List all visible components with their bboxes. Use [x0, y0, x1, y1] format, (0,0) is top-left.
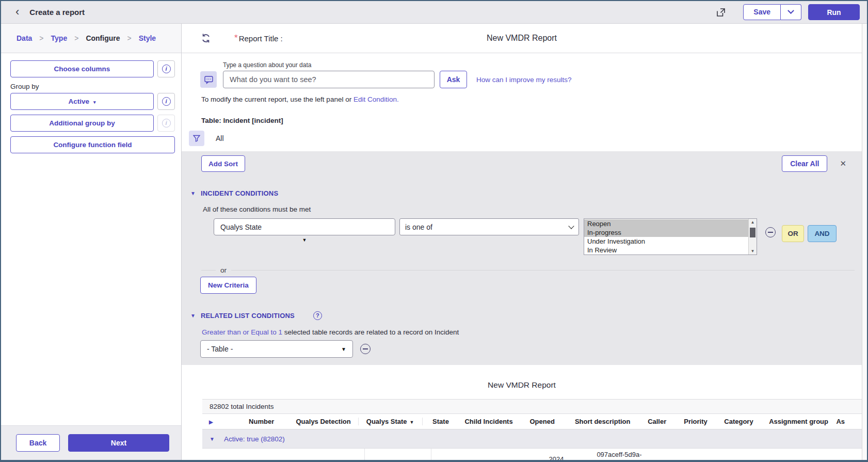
breadcrumb-separator: > — [74, 34, 78, 42]
ask-row: Ask How can I improve my results? — [200, 71, 862, 88]
page-title: Create a report — [29, 8, 85, 17]
report-title-label: Report Title : — [239, 34, 283, 43]
additional-group-by-button[interactable]: Additional group by — [10, 115, 154, 132]
vertical-scrollbar[interactable] — [862, 24, 867, 460]
group-by-label: Group by — [10, 83, 181, 90]
breadcrumb-configure[interactable]: Configure — [86, 34, 120, 42]
group-by-info-button[interactable]: i — [157, 93, 175, 110]
filter-all-label[interactable]: All — [216, 134, 224, 142]
condition-field-input[interactable] — [214, 218, 395, 235]
scroll-down-icon[interactable]: ▼ — [749, 249, 757, 253]
choose-columns-button[interactable]: Choose columns — [10, 60, 154, 77]
column-header-short-description[interactable]: Short description — [566, 418, 639, 425]
sort-desc-icon: ▼ — [410, 420, 414, 425]
new-criteria-button[interactable]: New Criteria — [200, 277, 256, 294]
refresh-icon[interactable] — [200, 33, 212, 44]
breadcrumb-separator: > — [39, 34, 43, 42]
ask-question-label: Type a question about your data — [223, 61, 862, 69]
top-bar: ‹ Create a report Save Run — [1, 1, 867, 24]
group-row-label[interactable]: Active: true (82802) — [224, 435, 285, 443]
column-header-child-incidents[interactable]: Child Incidents — [459, 418, 519, 425]
listbox-option[interactable]: In Review — [584, 246, 748, 254]
filter-icon[interactable] — [189, 131, 204, 146]
column-header-assignment-group[interactable]: Assignment group — [761, 418, 837, 425]
back-button[interactable]: Back — [16, 434, 60, 452]
next-button[interactable]: Next — [68, 434, 169, 452]
related-condition-text: Greater than or Equal to 1 selected tabl… — [202, 328, 862, 336]
breadcrumb-style[interactable]: Style — [139, 34, 156, 42]
question-input[interactable] — [223, 71, 435, 88]
clear-all-button[interactable]: Clear All — [782, 155, 827, 172]
conditions-must-meet-text: All of these conditions must be met — [203, 205, 862, 213]
info-icon: i — [162, 97, 171, 106]
column-header-caller[interactable]: Caller — [639, 418, 675, 425]
or-divider: or — [201, 266, 855, 274]
scrollbar-thumb[interactable] — [750, 228, 756, 237]
column-header-assigned[interactable]: As — [836, 418, 862, 425]
listbox-option[interactable]: Reopen — [584, 219, 748, 228]
column-header-category[interactable]: Category — [716, 418, 761, 425]
run-button[interactable]: Run — [808, 4, 860, 20]
breadcrumb: Data > Type > Configure > Style — [1, 24, 181, 53]
column-header-priority[interactable]: Priority — [675, 418, 717, 425]
related-table-select[interactable]: - Table - ▼ — [200, 340, 353, 358]
condition-toolbar: Add Sort Clear All ✕ — [201, 155, 855, 172]
column-header-state[interactable]: State — [423, 418, 459, 425]
incident-conditions-header[interactable]: ▼ INCIDENT CONDITIONS — [190, 189, 862, 197]
breadcrumb-data[interactable]: Data — [17, 34, 32, 42]
required-icon: * — [234, 33, 238, 43]
choose-columns-info-button[interactable]: i — [157, 60, 175, 77]
info-icon: i — [162, 65, 171, 73]
app-window: ‹ Create a report Save Run Data > T — [0, 0, 868, 462]
help-icon[interactable]: ? — [313, 311, 322, 320]
filter-row: All — [189, 131, 862, 146]
collapse-icon[interactable]: ▼ — [210, 436, 215, 442]
listbox-option[interactable]: Under Investigation — [584, 237, 748, 246]
save-menu-button[interactable] — [781, 4, 801, 20]
ask-button[interactable]: Ask — [440, 71, 467, 88]
add-sort-button[interactable]: Add Sort — [201, 155, 245, 172]
save-button[interactable]: Save — [743, 4, 781, 20]
top-bar-actions: Save Run — [714, 4, 860, 20]
preview-group-row[interactable]: ▼ Active: true (82802) — [202, 429, 862, 449]
remove-related-condition-icon[interactable] — [360, 344, 371, 354]
preview-data-row[interactable]: 2024 097aceff-5d9a- — [202, 449, 862, 460]
select-dropdown-icon: ▼ — [341, 346, 346, 352]
edit-condition-link[interactable]: Edit Condition. — [353, 95, 399, 103]
related-operator-link[interactable]: Greater than or Equal to 1 — [202, 328, 282, 336]
configure-function-field-button[interactable]: Configure function field — [10, 136, 175, 153]
content-area: Data > Type > Configure > Style Choose c… — [1, 24, 867, 460]
operator-select[interactable]: is one of — [399, 218, 579, 235]
preview-table: 82802 total Incidents ▶ Number Qualys De… — [202, 399, 862, 460]
field-dropdown-icon[interactable]: ▼ — [302, 237, 307, 243]
breadcrumb-type[interactable]: Type — [51, 34, 68, 42]
improve-results-link[interactable]: How can I improve my results? — [476, 76, 572, 84]
main-scroll-area[interactable]: Type a question about your data Ask H — [182, 53, 862, 460]
related-list-conditions-header[interactable]: ▼ RELATED LIST CONDITIONS ? — [190, 311, 862, 320]
collapse-icon[interactable]: ▼ — [190, 313, 196, 318]
listbox-option[interactable]: In-progress — [584, 228, 748, 237]
close-icon[interactable]: ✕ — [840, 159, 846, 168]
condition-builder-panel: Add Sort Clear All ✕ ▼ INCIDENT CONDITIO… — [182, 151, 862, 365]
group-by-dropdown[interactable]: Active▾ — [10, 93, 154, 110]
column-header-number[interactable]: Number — [234, 418, 289, 425]
preview-report-title: New VMDR Report — [182, 380, 862, 390]
column-header-opened[interactable]: Opened — [519, 418, 566, 425]
report-title-value: New VMDR Report — [182, 34, 862, 43]
chat-bubble-icon[interactable] — [200, 71, 217, 88]
scroll-up-icon[interactable]: ▲ — [749, 220, 757, 225]
share-icon[interactable] — [714, 6, 728, 19]
or-button[interactable]: OR — [782, 225, 804, 242]
remove-condition-icon[interactable] — [765, 227, 776, 237]
and-button[interactable]: AND — [808, 225, 837, 242]
value-listbox[interactable]: Reopen In-progress Under Investigation I… — [584, 218, 757, 255]
condition-row: ▼ is one of Reopen In-progress Under Inv… — [214, 218, 862, 255]
column-header-qualys-detection[interactable]: Qualys Detection — [288, 418, 358, 425]
expand-all-icon[interactable]: ▶ — [209, 419, 213, 425]
listbox-scrollbar[interactable]: ▲ ▼ — [748, 219, 757, 254]
collapse-icon[interactable]: ▼ — [190, 190, 196, 196]
back-icon[interactable]: ‹ — [15, 6, 19, 18]
caret-down-icon: ▾ — [93, 100, 96, 105]
left-panel-body: Choose columns i Group by Active▾ i Addi… — [1, 53, 181, 425]
column-header-qualys-state[interactable]: Qualys State▼ — [358, 418, 423, 425]
